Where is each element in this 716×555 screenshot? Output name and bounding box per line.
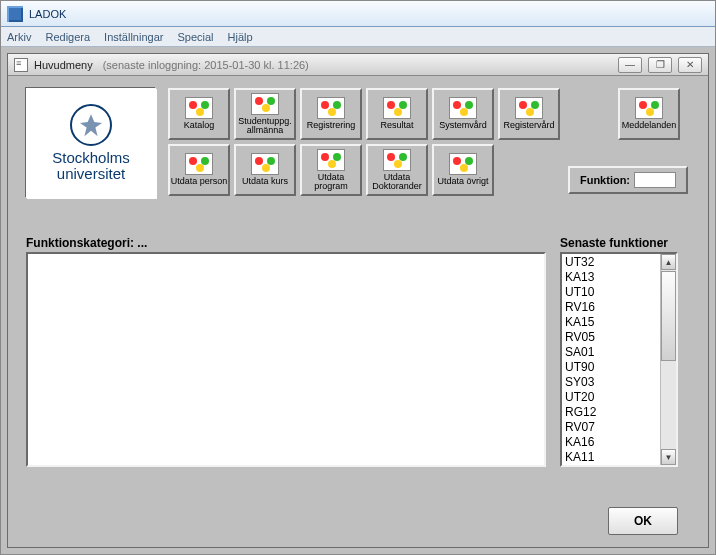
menu-bar: Arkiv Redigera Inställningar Special Hjä… xyxy=(1,27,715,47)
scrollbar[interactable]: ▲ ▼ xyxy=(660,254,676,465)
list-item[interactable]: KA13 xyxy=(565,270,657,285)
toolbar-resultat[interactable]: Resultat xyxy=(366,88,428,140)
funktion-label: Funktion: xyxy=(580,174,630,186)
inner-window: Huvudmeny (senaste inloggning: 2015-01-3… xyxy=(7,53,709,548)
logo-panel: Stockholms universitet xyxy=(26,88,156,198)
senaste-funktioner-label: Senaste funktioner xyxy=(560,236,668,250)
registervard-icon xyxy=(515,97,543,119)
list-item[interactable]: RV16 xyxy=(565,300,657,315)
funktionskategori-label: Funktionskategori: ... xyxy=(26,236,147,250)
utdata-program-icon xyxy=(317,149,345,171)
list-item[interactable]: SA01 xyxy=(565,345,657,360)
toolbar-registervard[interactable]: Registervård xyxy=(498,88,560,140)
list-item[interactable]: UT10 xyxy=(565,285,657,300)
list-item[interactable]: UT20 xyxy=(565,390,657,405)
list-item[interactable]: SY03 xyxy=(565,375,657,390)
menu-special[interactable]: Special xyxy=(177,31,213,43)
katalog-icon xyxy=(185,97,213,119)
list-item[interactable]: KA16 xyxy=(565,435,657,450)
utdata-ovrigt-icon xyxy=(449,153,477,175)
toolbar-studentuppg[interactable]: Studentuppg. allmänna xyxy=(234,88,296,140)
list-item[interactable]: RV05 xyxy=(565,330,657,345)
toolbar-utdata-program[interactable]: Utdata program xyxy=(300,144,362,196)
menu-installningar[interactable]: Inställningar xyxy=(104,31,163,43)
registrering-icon xyxy=(317,97,345,119)
toolbar-meddelanden[interactable]: Meddelanden xyxy=(618,88,680,140)
ok-button[interactable]: OK xyxy=(608,507,678,535)
resultat-icon xyxy=(383,97,411,119)
recent-functions-list: UT32KA13UT10RV16KA15RV05SA01UT90SY03UT20… xyxy=(560,252,678,467)
meddelanden-icon xyxy=(635,97,663,119)
funktion-input[interactable] xyxy=(634,172,676,188)
menu-hjalp[interactable]: Hjälp xyxy=(228,31,253,43)
list-item[interactable]: RG12 xyxy=(565,405,657,420)
scroll-thumb[interactable] xyxy=(661,271,676,361)
toolbar-utdata-ovrigt[interactable]: Utdata övrigt xyxy=(432,144,494,196)
inner-subtitle: (senaste inloggning: 2015-01-30 kl. 11:2… xyxy=(103,59,309,71)
toolbar-katalog[interactable]: Katalog xyxy=(168,88,230,140)
logo-text-2: universitet xyxy=(57,166,125,182)
list-item[interactable]: KA15 xyxy=(565,315,657,330)
funktion-box: Funktion: xyxy=(568,166,688,194)
toolbar-systemvard[interactable]: Systemvård xyxy=(432,88,494,140)
toolbar-registrering[interactable]: Registrering xyxy=(300,88,362,140)
university-seal-icon xyxy=(70,104,112,146)
menu-redigera[interactable]: Redigera xyxy=(45,31,90,43)
minimize-button[interactable]: — xyxy=(618,57,642,73)
inner-title: Huvudmeny xyxy=(34,59,93,71)
close-button[interactable]: ✕ xyxy=(678,57,702,73)
toolbar-utdata-doktorander[interactable]: Utdata Doktorander xyxy=(366,144,428,196)
toolbar-utdata-person[interactable]: Utdata person xyxy=(168,144,230,196)
list-item[interactable]: RV07 xyxy=(565,420,657,435)
toolbar-utdata-kurs[interactable]: Utdata kurs xyxy=(234,144,296,196)
app-icon xyxy=(7,6,23,22)
funktionskategori-panel xyxy=(26,252,546,467)
systemvard-icon xyxy=(449,97,477,119)
logo-text-1: Stockholms xyxy=(52,150,130,166)
menu-arkiv[interactable]: Arkiv xyxy=(7,31,31,43)
list-item[interactable]: UT90 xyxy=(565,360,657,375)
list-item[interactable]: UT32 xyxy=(565,255,657,270)
maximize-button[interactable]: ❐ xyxy=(648,57,672,73)
scroll-down-icon[interactable]: ▼ xyxy=(661,449,676,465)
inner-titlebar: Huvudmeny (senaste inloggning: 2015-01-3… xyxy=(8,54,708,76)
utdata-kurs-icon xyxy=(251,153,279,175)
utdata-doktorander-icon xyxy=(383,149,411,171)
utdata-person-icon xyxy=(185,153,213,175)
window-title: LADOK xyxy=(29,8,66,20)
scroll-up-icon[interactable]: ▲ xyxy=(661,254,676,270)
list-item[interactable]: KA11 xyxy=(565,450,657,465)
studentuppg-icon xyxy=(251,93,279,115)
document-icon xyxy=(14,58,28,72)
window-titlebar: LADOK xyxy=(1,1,715,27)
